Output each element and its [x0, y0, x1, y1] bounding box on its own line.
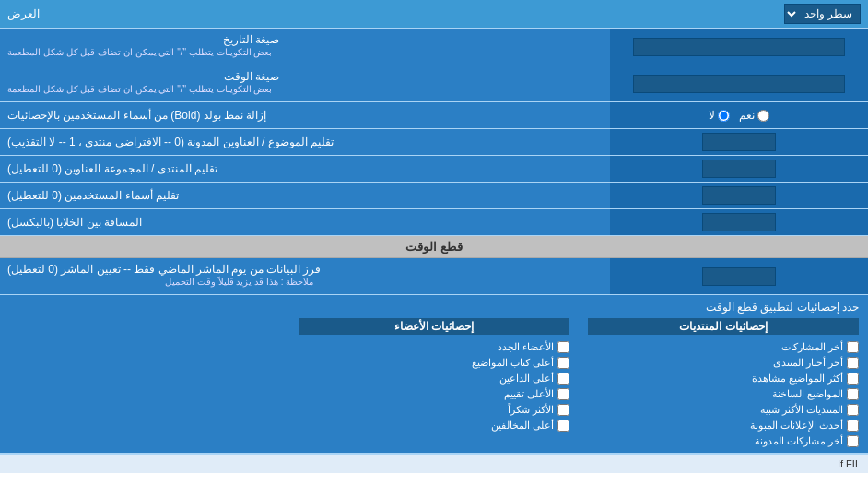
list-item[interactable]: الأكثر شكراً — [299, 404, 569, 416]
time-format-input-cell[interactable]: H:i — [610, 65, 868, 101]
bold-radio-cell[interactable]: نعم لا — [610, 102, 868, 128]
username-trim-label: تقليم أسماء المستخدمين (0 للتعطيل) — [0, 183, 610, 208]
list-item[interactable]: أحدث الإعلانات المبوبة — [588, 420, 859, 432]
list-item[interactable]: أخر أخبار المنتدى — [588, 357, 859, 369]
check-most-viewed[interactable] — [847, 373, 859, 385]
username-trim-input[interactable]: 0 — [702, 186, 776, 205]
list-item[interactable]: الأعضاء الجدد — [299, 341, 569, 353]
list-item[interactable]: المنتديات الأكثر شبية — [588, 404, 859, 416]
check-top-mods[interactable] — [557, 420, 569, 432]
cell-spacing-input-cell[interactable]: 2 — [610, 209, 868, 235]
checklist-col-empty — [9, 318, 280, 447]
list-item[interactable]: أكثر المواضيع مشاهدة — [588, 373, 859, 385]
radio-yes[interactable] — [757, 110, 769, 122]
forum-trim-label: تقليم المنتدى / المجموعة العناوين (0 للت… — [0, 156, 610, 182]
top-select-cell[interactable]: سطر واحد سطرين ثلاثة أسطر — [784, 4, 861, 24]
cutoff-input[interactable]: 0 — [702, 267, 776, 286]
list-item[interactable]: أعلى المخالفين — [299, 420, 569, 432]
row-forum-trim: 33 تقليم المنتدى / المجموعة العناوين (0 … — [0, 156, 868, 183]
radio-no[interactable] — [718, 110, 730, 122]
check-latest-mentions[interactable] — [847, 435, 859, 447]
list-item[interactable]: الأعلى تقييم — [299, 388, 569, 400]
row-subject-trim: 33 تقليم الموضوع / العناوين المدونة (0 -… — [0, 129, 868, 156]
check-latest-ads[interactable] — [847, 420, 859, 432]
col1-header: إحصائيات المنتديات — [588, 318, 859, 335]
check-top-online[interactable] — [557, 373, 569, 385]
check-latest-news[interactable] — [847, 357, 859, 369]
check-new-members[interactable] — [557, 341, 569, 353]
forum-trim-input-cell[interactable]: 33 — [610, 156, 868, 182]
list-item[interactable]: المواضيع الساخنة — [588, 388, 859, 400]
top-row: سطر واحد سطرين ثلاثة أسطر العرض — [0, 0, 868, 29]
time-format-label: صيغة الوقت بعض التكوينات يتطلب "/" التي … — [0, 65, 610, 101]
row-username-trim: 0 تقليم أسماء المستخدمين (0 للتعطيل) — [0, 183, 868, 209]
bold-remove-label: إزالة نمط بولد (Bold) من أسماء المستخدمي… — [0, 102, 610, 128]
list-item[interactable]: أعلى الداعين — [299, 373, 569, 385]
date-format-label: صيغة التاريخ بعض التكوينات يتطلب "/" الت… — [0, 29, 610, 65]
forum-trim-input[interactable]: 33 — [702, 160, 776, 178]
row-date-format: d-m صيغة التاريخ بعض التكوينات يتطلب "/"… — [0, 29, 868, 65]
display-select[interactable]: سطر واحد سطرين ثلاثة أسطر — [784, 4, 861, 24]
cutoff-input-cell[interactable]: 0 — [610, 258, 868, 294]
cutoff-section-header: قطع الوقت — [0, 236, 868, 258]
checklist-col-forums: إحصائيات المنتديات أخر المشاركات أخر أخب… — [588, 318, 859, 447]
bottom-text: If FIL — [0, 454, 868, 473]
row-time-format: H:i صيغة الوقت بعض التكوينات يتطلب "/" ا… — [0, 65, 868, 102]
check-top-posters[interactable] — [557, 357, 569, 369]
date-format-input[interactable]: d-m — [633, 38, 845, 56]
display-label: العرض — [7, 7, 40, 20]
cell-spacing-input[interactable]: 2 — [702, 213, 776, 231]
list-item[interactable]: أخر مشاركات المدونة — [588, 435, 859, 447]
checklist-grid: إحصائيات المنتديات أخر المشاركات أخر أخب… — [9, 318, 859, 447]
cutoff-label: فرز البيانات من يوم الماشر الماضي فقط --… — [0, 258, 610, 294]
check-top-rated[interactable] — [557, 388, 569, 400]
list-item[interactable]: أعلى كتاب المواضيع — [299, 357, 569, 369]
date-format-input-cell[interactable]: d-m — [610, 29, 868, 65]
row-bold-remove: نعم لا إزالة نمط بولد (Bold) من أسماء ال… — [0, 102, 868, 129]
checklist-limit-label: حدد إحصائيات لتطبيق قطع الوقت — [9, 301, 859, 314]
check-most-thanks[interactable] — [557, 404, 569, 416]
radio-no-label[interactable]: لا — [709, 109, 730, 122]
subject-trim-label: تقليم الموضوع / العناوين المدونة (0 -- ا… — [0, 129, 610, 155]
subject-trim-input[interactable]: 33 — [702, 133, 776, 151]
cell-spacing-label: المسافة بين الخلايا (بالبكسل) — [0, 209, 610, 235]
col2-header: إحصائيات الأعضاء — [299, 318, 569, 335]
subject-trim-input-cell[interactable]: 33 — [610, 129, 868, 155]
radio-yes-label[interactable]: نعم — [739, 109, 769, 122]
row-cell-spacing: 2 المسافة بين الخلايا (بالبكسل) — [0, 209, 868, 236]
row-cutoff: 0 فرز البيانات من يوم الماشر الماضي فقط … — [0, 258, 868, 295]
time-format-input[interactable]: H:i — [633, 75, 845, 93]
checklist-col-members: إحصائيات الأعضاء الأعضاء الجدد أعلى كتاب… — [299, 318, 569, 447]
list-item[interactable]: أخر المشاركات — [588, 341, 859, 353]
checklist-section: حدد إحصائيات لتطبيق قطع الوقت إحصائيات ا… — [0, 295, 868, 454]
username-trim-input-cell[interactable]: 0 — [610, 183, 868, 208]
check-old-topics[interactable] — [847, 388, 859, 400]
check-latest-posts[interactable] — [847, 341, 859, 353]
check-similar-forums[interactable] — [847, 404, 859, 416]
